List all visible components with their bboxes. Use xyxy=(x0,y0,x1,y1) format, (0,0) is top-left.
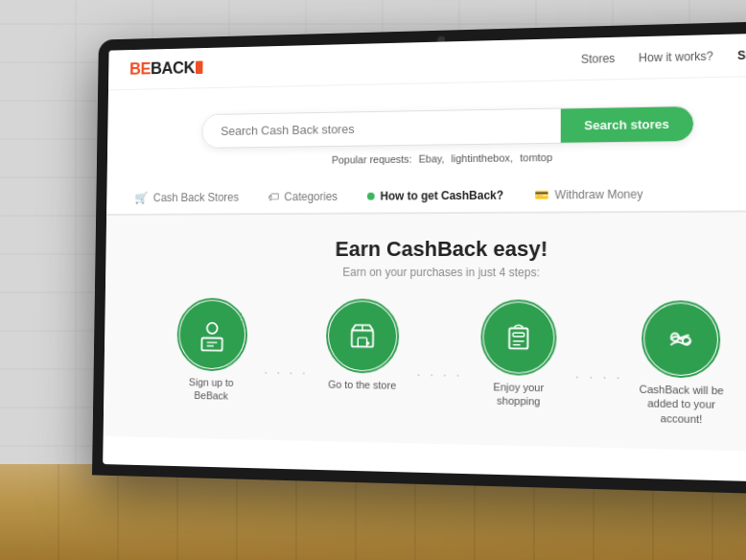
search-input[interactable] xyxy=(202,109,560,148)
step-shopping-icon-wrap xyxy=(483,302,553,373)
logo: BEBACK xyxy=(129,58,203,80)
dots-3: · · · · xyxy=(575,369,623,385)
tag-icon: 🏷 xyxy=(268,191,279,204)
shopping-svg-icon xyxy=(501,319,538,357)
step-shopping: Enjoy your shopping xyxy=(470,302,568,408)
svg-rect-1 xyxy=(201,338,222,350)
active-dot-icon xyxy=(367,193,375,200)
dots-2: · · · · xyxy=(416,366,462,383)
logo-icon xyxy=(196,61,203,75)
earn-title: Earn CashBack easy! xyxy=(124,236,746,262)
popular-ebay[interactable]: Ebay, xyxy=(419,152,445,164)
step-store: Go to the store xyxy=(315,301,409,392)
step-signup-label: Sign up to BeBack xyxy=(171,375,252,403)
cart-icon: 🛒 xyxy=(134,192,148,205)
tab-cashback-stores-label: Cash Back Stores xyxy=(153,191,240,204)
nav-links: Stores How it works? Sign In xyxy=(581,47,746,65)
logo-be: BE xyxy=(129,59,151,79)
step-signup-icon-wrap xyxy=(179,301,245,369)
step-shopping-label: Enjoy your shopping xyxy=(475,380,562,409)
tab-how-to[interactable]: How to get CashBack? xyxy=(352,178,519,214)
svg-rect-9 xyxy=(513,333,525,337)
svg-line-14 xyxy=(678,338,684,340)
tab-categories-label: Categories xyxy=(284,190,338,203)
popular-tomtop[interactable]: tomtop xyxy=(520,152,552,163)
svg-point-12 xyxy=(671,334,679,341)
svg-rect-4 xyxy=(352,331,373,347)
dots-1: · · · · xyxy=(264,364,308,380)
screen: BEBACK Stores How it works? Sign In Sear… xyxy=(103,33,746,483)
store-svg-icon xyxy=(344,317,380,354)
step-cashback-label: CashBack will be added to your account! xyxy=(636,382,727,426)
nav-how-link[interactable]: How it works? xyxy=(639,49,713,64)
search-button[interactable]: Search stores xyxy=(561,106,693,143)
popular-requests: Popular requests: Ebay, lightinthebox, t… xyxy=(332,152,552,166)
popular-label: Popular requests: xyxy=(332,153,412,166)
cashback-svg-icon xyxy=(662,320,700,359)
search-bar: Search stores xyxy=(201,105,694,149)
nav-signin-link[interactable]: Sign In xyxy=(737,47,746,61)
step-store-label: Go to the store xyxy=(328,378,396,392)
tab-withdraw[interactable]: 💳 Withdraw Money xyxy=(519,177,659,214)
earn-subtitle: Earn on your purchases in just 4 steps: xyxy=(123,266,746,280)
tabs-bar: 🛒 Cash Back Stores 🏷 Categories How to g… xyxy=(106,176,746,216)
nav-stores-link[interactable]: Stores xyxy=(581,51,615,65)
tab-how-to-label: How to get CashBack? xyxy=(381,189,504,203)
signup-svg-icon xyxy=(195,316,229,352)
laptop-frame: BEBACK Stores How it works? Sign In Sear… xyxy=(92,20,746,496)
step-signup: Sign up to BeBack xyxy=(166,300,257,403)
svg-point-13 xyxy=(683,338,690,345)
tab-withdraw-label: Withdraw Money xyxy=(555,187,643,201)
svg-rect-8 xyxy=(509,328,527,348)
tab-cashback-stores[interactable]: 🛒 Cash Back Stores xyxy=(121,181,254,216)
hero-section: Search stores Popular requests: Ebay, li… xyxy=(107,76,746,182)
popular-lightinthebox[interactable]: lightinthebox, xyxy=(451,152,513,164)
svg-rect-5 xyxy=(358,338,366,347)
logo-back: BACK xyxy=(151,58,195,78)
step-store-icon-wrap xyxy=(329,301,397,370)
withdraw-icon: 💳 xyxy=(534,188,548,201)
step-cashback: CashBack will be added to your account! xyxy=(631,303,733,427)
tab-categories[interactable]: 🏷 Categories xyxy=(253,180,353,215)
svg-point-0 xyxy=(207,323,218,334)
svg-point-6 xyxy=(365,341,369,345)
steps-row: Sign up to BeBack · · · · Go t xyxy=(121,300,746,428)
main-content: Earn CashBack easy! Earn on your purchas… xyxy=(104,212,746,452)
step-cashback-icon-wrap xyxy=(645,303,718,375)
